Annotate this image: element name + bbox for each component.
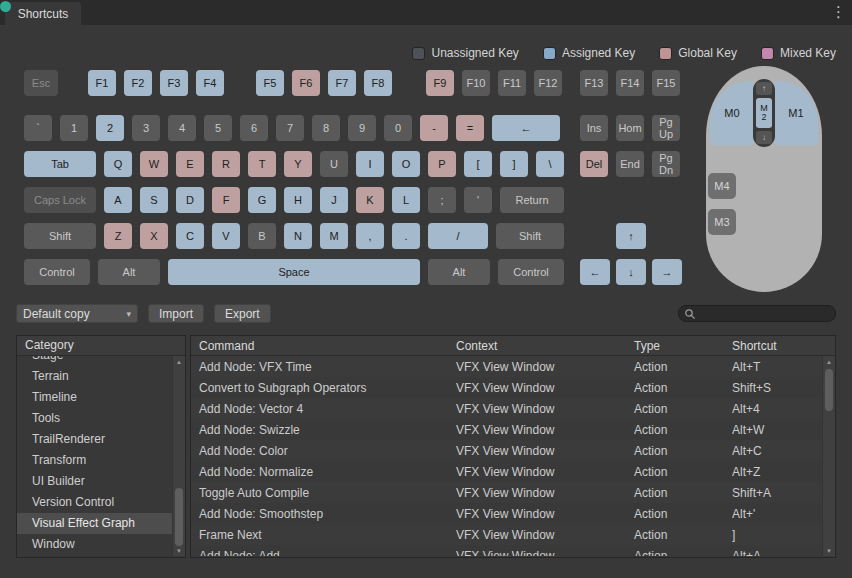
key-end[interactable]: End bbox=[616, 151, 644, 177]
table-row[interactable]: Add Node: SmoothstepVFX View WindowActio… bbox=[191, 503, 822, 524]
wheel-down-button[interactable]: ↓ bbox=[756, 131, 772, 144]
key-f14[interactable]: F14 bbox=[616, 70, 644, 96]
key-=[interactable]: = bbox=[456, 115, 484, 141]
search-input[interactable] bbox=[696, 307, 830, 321]
mouse-button-m4[interactable]: M4 bbox=[708, 173, 736, 199]
key-f10[interactable]: F10 bbox=[462, 70, 490, 96]
key-6[interactable]: 6 bbox=[240, 115, 268, 141]
search-field[interactable] bbox=[678, 305, 836, 322]
column-header-shortcut[interactable]: Shortcut bbox=[732, 339, 835, 353]
key-j[interactable]: J bbox=[320, 187, 348, 213]
category-scrollbar[interactable]: ▲ ▼ bbox=[172, 356, 185, 556]
key-u[interactable]: U bbox=[320, 151, 348, 177]
category-item-version-control[interactable]: Version Control bbox=[17, 492, 172, 513]
key-'[interactable]: ' bbox=[464, 187, 492, 213]
category-item-tools[interactable]: Tools bbox=[17, 408, 172, 429]
key-↑[interactable]: ↑ bbox=[616, 223, 646, 249]
export-button[interactable]: Export bbox=[214, 304, 271, 323]
key-f4[interactable]: F4 bbox=[196, 70, 224, 96]
mouse-button-m1[interactable]: M1 bbox=[774, 81, 818, 145]
category-item-visual-effect-graph[interactable]: Visual Effect Graph bbox=[17, 513, 172, 534]
key-caps-lock[interactable]: Caps Lock bbox=[24, 187, 96, 213]
key-→[interactable]: → bbox=[652, 259, 682, 285]
key-f9[interactable]: F9 bbox=[426, 70, 454, 96]
key-f6[interactable]: F6 bbox=[292, 70, 320, 96]
table-row[interactable]: Add Node: NormalizeVFX View WindowAction… bbox=[191, 461, 822, 482]
key-\[interactable]: \ bbox=[536, 151, 564, 177]
key-pg-up[interactable]: Pg Up bbox=[652, 115, 680, 141]
column-header-type[interactable]: Type bbox=[634, 339, 732, 353]
scroll-down-icon[interactable]: ▼ bbox=[823, 545, 835, 556]
mouse-button-m3[interactable]: M3 bbox=[708, 209, 736, 235]
key-o[interactable]: O bbox=[392, 151, 420, 177]
key-9[interactable]: 9 bbox=[348, 115, 376, 141]
category-item-window[interactable]: Window bbox=[17, 534, 172, 555]
key-4[interactable]: 4 bbox=[168, 115, 196, 141]
table-row[interactable]: Add Node: SwizzleVFX View WindowActionAl… bbox=[191, 419, 822, 440]
key-5[interactable]: 5 bbox=[204, 115, 232, 141]
key-alt[interactable]: Alt bbox=[428, 259, 490, 285]
key-p[interactable]: P bbox=[428, 151, 456, 177]
key-return[interactable]: Return bbox=[500, 187, 564, 213]
table-row[interactable]: Convert to Subgraph OperatorsVFX View Wi… bbox=[191, 377, 822, 398]
category-item-ui-builder[interactable]: UI Builder bbox=[17, 471, 172, 492]
key-f12[interactable]: F12 bbox=[534, 70, 562, 96]
key-3[interactable]: 3 bbox=[132, 115, 160, 141]
key-v[interactable]: V bbox=[212, 223, 240, 249]
key-f7[interactable]: F7 bbox=[328, 70, 356, 96]
key-space[interactable]: Space bbox=[168, 259, 420, 285]
table-row[interactable]: Toggle Auto CompileVFX View WindowAction… bbox=[191, 482, 822, 503]
tab-shortcuts[interactable]: Shortcuts bbox=[5, 2, 81, 25]
key-m[interactable]: M bbox=[320, 223, 348, 249]
key-ins[interactable]: Ins bbox=[580, 115, 608, 141]
key-shift[interactable]: Shift bbox=[24, 223, 96, 249]
key-z[interactable]: Z bbox=[104, 223, 132, 249]
key-t[interactable]: T bbox=[248, 151, 276, 177]
scroll-up-icon[interactable]: ▲ bbox=[823, 356, 835, 367]
key-i[interactable]: I bbox=[356, 151, 384, 177]
key-x[interactable]: X bbox=[140, 223, 168, 249]
key-a[interactable]: A bbox=[104, 187, 132, 213]
key-b[interactable]: B bbox=[248, 223, 276, 249]
category-item-timeline[interactable]: Timeline bbox=[17, 387, 172, 408]
key-;[interactable]: ; bbox=[428, 187, 456, 213]
key-f1[interactable]: F1 bbox=[88, 70, 116, 96]
key-/[interactable]: / bbox=[428, 223, 488, 249]
key-7[interactable]: 7 bbox=[276, 115, 304, 141]
table-row[interactable]: Add Node: ColorVFX View WindowActionAlt+… bbox=[191, 440, 822, 461]
key-control[interactable]: Control bbox=[498, 259, 564, 285]
key-↓[interactable]: ↓ bbox=[616, 259, 646, 285]
kebab-menu-icon[interactable]: ⋮ bbox=[831, 3, 846, 21]
key-f15[interactable]: F15 bbox=[652, 70, 680, 96]
import-button[interactable]: Import bbox=[148, 304, 204, 323]
key-[[interactable]: [ bbox=[464, 151, 492, 177]
table-row[interactable]: Frame NextVFX View WindowAction] bbox=[191, 524, 822, 545]
table-scrollbar[interactable]: ▲ ▼ bbox=[822, 356, 835, 556]
table-row[interactable]: Add Node: Vector 4VFX View WindowActionA… bbox=[191, 398, 822, 419]
table-row[interactable]: Add Node: AddVFX View WindowActionAlt+A bbox=[191, 545, 822, 556]
category-item-transform[interactable]: Transform bbox=[17, 450, 172, 471]
column-header-command[interactable]: Command bbox=[199, 339, 456, 353]
key-r[interactable]: R bbox=[212, 151, 240, 177]
key-f8[interactable]: F8 bbox=[364, 70, 392, 96]
profile-dropdown[interactable]: Default copy ▾ bbox=[16, 304, 138, 323]
key-y[interactable]: Y bbox=[284, 151, 312, 177]
key-f5[interactable]: F5 bbox=[256, 70, 284, 96]
table-scrollbar-thumb[interactable] bbox=[825, 369, 833, 411]
key-f13[interactable]: F13 bbox=[580, 70, 608, 96]
category-item-stage[interactable]: Stage bbox=[17, 356, 172, 366]
key-q[interactable]: Q bbox=[104, 151, 132, 177]
mouse-button-m2[interactable]: M 2 bbox=[756, 98, 772, 128]
key-tab[interactable]: Tab bbox=[24, 151, 96, 177]
key-f2[interactable]: F2 bbox=[124, 70, 152, 96]
key-g[interactable]: G bbox=[248, 187, 276, 213]
key-k[interactable]: K bbox=[356, 187, 384, 213]
key-n[interactable]: N bbox=[284, 223, 312, 249]
mouse-button-m0[interactable]: M0 bbox=[710, 81, 754, 145]
key-h[interactable]: H bbox=[284, 187, 312, 213]
key-c[interactable]: C bbox=[176, 223, 204, 249]
key-1[interactable]: 1 bbox=[60, 115, 88, 141]
key-,[interactable]: , bbox=[356, 223, 384, 249]
category-item-terrain[interactable]: Terrain bbox=[17, 366, 172, 387]
key-alt[interactable]: Alt bbox=[98, 259, 160, 285]
